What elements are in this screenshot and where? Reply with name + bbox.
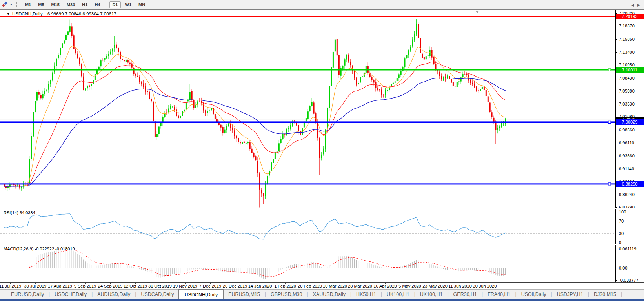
line-handle[interactable] [608, 121, 611, 123]
tab-separator: | [621, 290, 622, 299]
date-label: 5 May 2020 [398, 284, 421, 288]
chart-tab-gbpusd-m30[interactable]: GBPUSD,M30 [266, 290, 307, 299]
chart-title: ▼USDCNH,Daily6.99699 7.00846 6.99304 7.0… [7, 11, 116, 16]
price-tick-label: 7.18370 [619, 24, 635, 28]
chevron-down-icon[interactable]: ▼ [10, 3, 13, 6]
price-axis-line [615, 10, 616, 208]
date-label: 5 Sep 2019 [74, 284, 96, 288]
chart-tab-usdjpy-h1[interactable]: USDJPY,H1 [552, 290, 588, 299]
toolbar-separator [106, 2, 106, 8]
price-tick-label: 7.15850 [619, 37, 635, 42]
macd-histogram [4, 249, 506, 279]
macd-pane[interactable]: MACD(12,26,9) -0.022922 -0.018019 0.0611… [0, 245, 644, 282]
macd-axis-line [615, 245, 616, 282]
line-handle[interactable] [608, 183, 611, 185]
price-tick-label: 7.10950 [619, 62, 635, 67]
main-chart-pane[interactable]: ▼USDCNH,Daily6.99699 7.00846 6.99304 7.0… [0, 10, 644, 208]
price-tick-label: 6.93660 [619, 153, 635, 158]
timeframe-button-m30[interactable]: M30 [64, 1, 78, 8]
price-badge: 6.88250 [616, 181, 644, 187]
price-tick-label: 6.96110 [619, 140, 634, 145]
rsi-tick-label: 70 [619, 219, 624, 223]
chart-tab-dj30-m15[interactable]: DJ30,M15 [589, 290, 621, 299]
price-tick-label: 6.83790 [619, 205, 635, 208]
rsi-tick-label: 100 [619, 210, 626, 214]
date-label: 20 Feb 2020 [298, 284, 322, 288]
macd-tick-label: 0.061119 [619, 246, 636, 251]
price-tick-label: 6.98560 [619, 128, 635, 132]
date-label: 1 Feb 2020 [274, 284, 296, 288]
rsi-plot[interactable] [0, 209, 615, 244]
timeframe-button-mn[interactable]: MN [136, 1, 148, 8]
date-label: 11 Jun 2020 [448, 284, 472, 288]
line-handle[interactable] [608, 69, 611, 71]
date-label: 26 Dec 2019 [223, 284, 247, 288]
timeframe-button-w1[interactable]: W1 [122, 1, 135, 8]
macd-tick-label: 0.00 [619, 266, 627, 270]
date-label: 30 Jul 2019 [24, 284, 47, 288]
date-label: 12 Oct 2019 [124, 284, 147, 288]
horizontal-line-7.10011[interactable] [0, 69, 615, 71]
timeframe-button-m5[interactable]: M5 [35, 1, 47, 8]
price-tick-label: 6.91140 [619, 166, 634, 171]
chart-tab-usoil-daily[interactable]: USOil,Daily [517, 290, 551, 299]
toolbar-separator [151, 2, 151, 8]
date-label: 7 Dec 2019 [199, 284, 221, 288]
chart-shift-marker[interactable] [476, 11, 479, 13]
date-axis: 11 Jul 201930 Jul 201917 Aug 20195 Sep 2… [0, 282, 644, 289]
chart-tab-eurusd-m15[interactable]: EURUSD,M15 [224, 290, 265, 299]
tab-scroll-right-icon[interactable]: ▶ [637, 3, 640, 7]
tab-scroll-arrows: ◀▶ [628, 3, 640, 7]
chart-tool-icon[interactable] [2, 2, 8, 8]
symbol-label: USDCNH,Daily [12, 11, 43, 16]
price-badge: 7.00029 [616, 119, 644, 125]
price-tick-label: 7.03530 [619, 102, 635, 106]
main-chart-plot[interactable] [0, 10, 615, 208]
date-label: 30 Jun 2020 [473, 284, 497, 288]
date-label: 31 Oct 2019 [148, 284, 172, 288]
timeframe-toolbar: ▼ M1M5M15M30H1H4D1W1MN [0, 0, 644, 9]
chart-tab-xauusd-daily[interactable]: XAUUSD,Daily [308, 290, 350, 299]
price-tick-label: 7.08430 [619, 76, 635, 80]
chart-tab-usdcnh-daily[interactable]: USDCNH,Daily [178, 289, 224, 299]
price-tick-label: 7.13400 [619, 50, 635, 55]
chart-tab-audusd-daily[interactable]: AUDUSD,Daily [93, 290, 135, 299]
price-tick-label: 6.86240 [619, 192, 635, 197]
taskbar-edge [0, 299, 644, 301]
macd-tick-label: -0.038777 [619, 278, 639, 282]
collapse-caret-icon[interactable]: ▼ [7, 12, 10, 16]
chart-tab-fra40-h1[interactable]: FRA40,H1 [483, 290, 515, 299]
tab-scroll-left-icon[interactable]: ◀ [631, 3, 634, 7]
timeframe-button-m15[interactable]: M15 [49, 1, 62, 8]
chart-tab-usdchf-daily[interactable]: USDCHF,Daily [50, 290, 91, 299]
chart-tab-hk50-h1[interactable]: HK50,H1 [351, 290, 381, 299]
date-label: 16 Apr 2020 [373, 284, 397, 288]
ohlc-values: 6.99699 7.00846 6.99304 7.00617 [47, 11, 116, 16]
ma-fast-line [4, 46, 506, 187]
date-label: 11 Jul 2019 [0, 284, 21, 288]
macd-plot[interactable] [0, 245, 615, 282]
chart-tab-uk100-h1[interactable]: UK100,H1 [382, 290, 414, 299]
date-label: 24 Sep 2019 [98, 284, 122, 288]
rsi-pane[interactable]: RSI(14) 34.0334 10070300 [0, 209, 644, 244]
chart-tab-ger30-h1[interactable]: GER30,H1 [449, 290, 482, 299]
date-label: 10 Mar 2020 [323, 284, 347, 288]
macd-signal-line [4, 250, 506, 277]
date-label: 14 Jan 2020 [248, 284, 272, 288]
chart-tab-eurusd-daily[interactable]: EURUSD,Daily [6, 290, 49, 299]
timeframe-button-h1[interactable]: H1 [79, 1, 90, 8]
chart-tab-uk100-h1[interactable]: UK100,H1 [415, 290, 448, 299]
timeframe-button-m1[interactable]: M1 [22, 1, 34, 8]
timeframe-button-h4[interactable]: H4 [92, 1, 103, 8]
mt4-application: ▼ M1M5M15M30H1H4D1W1MN ▼USDCNH,Daily6.99… [0, 0, 644, 301]
horizontal-line-6.8825[interactable] [0, 183, 615, 184]
rsi-label: RSI(14) 34.0334 [4, 210, 35, 215]
date-label: 19 Nov 2019 [173, 284, 197, 288]
toolbar-grip[interactable] [16, 2, 18, 7]
horizontal-line-7.00029[interactable] [0, 121, 615, 123]
rsi-axis-line [615, 209, 616, 244]
chart-window: ▼USDCNH,Daily6.99699 7.00846 6.99304 7.0… [0, 9, 644, 289]
timeframe-button-d1[interactable]: D1 [109, 1, 120, 8]
chart-tab-usdcad-daily[interactable]: USDCAD,Daily [136, 290, 178, 299]
date-label: 17 Aug 2019 [48, 284, 72, 288]
